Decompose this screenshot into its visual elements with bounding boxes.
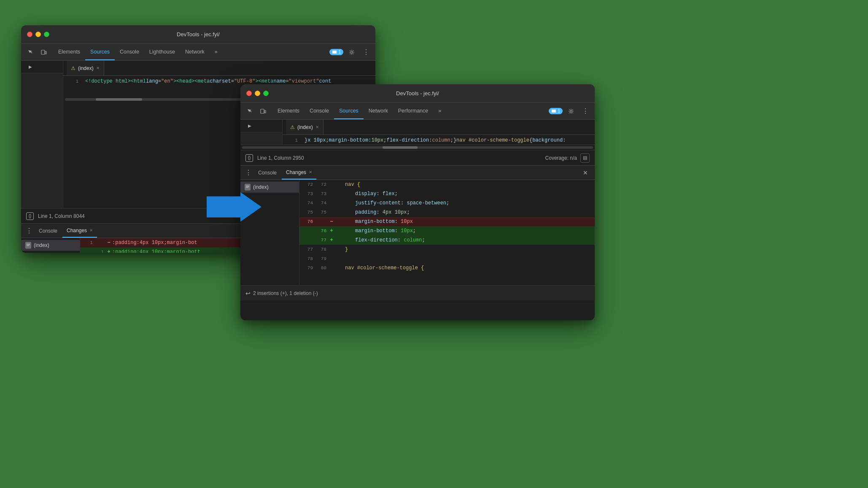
svg-rect-1 [45, 51, 46, 54]
tab-more-1[interactable]: » [210, 44, 223, 60]
close-panel-btn[interactable]: ✕ [580, 167, 591, 179]
inspect-icon[interactable] [24, 46, 36, 58]
close-file-tab-1[interactable]: ✕ [96, 66, 100, 70]
device-icon-2[interactable] [257, 105, 269, 117]
diff-line-77-78: 77 78 } [299, 245, 595, 254]
changes-diff-2: 72 72 nav { 73 73 display: flex; 74 74 [299, 180, 595, 285]
changes-sidebar-1: (index) [21, 238, 80, 253]
tabbar-2: Elements Console Sources Network Perform… [240, 103, 595, 120]
device-icon[interactable] [38, 46, 50, 58]
traffic-lights-1 [27, 32, 49, 37]
file-tab-index-1[interactable]: ⚠ (index) ✕ [67, 61, 104, 75]
diff-line-76-del: 76 − margin-bottom: 10px [299, 217, 595, 226]
tabbar-right-2: 1 ⋮ [549, 103, 591, 119]
dot-menu-2[interactable]: ⋮ [244, 168, 253, 177]
devtools-window-2: DevTools - jec.fyi/ Elements Console Sou [240, 84, 595, 320]
tab-elements-1[interactable]: Elements [53, 44, 85, 60]
tab-sources-1[interactable]: Sources [85, 44, 115, 60]
bottom-panel-2: ⋮ Console Changes ✕ ✕ [240, 165, 595, 300]
svg-rect-5 [261, 109, 264, 113]
tabbar-1: Elements Sources Console Lighthouse Netw… [21, 44, 375, 61]
close-button-2[interactable] [246, 91, 252, 96]
scrollbar-2[interactable] [240, 145, 595, 150]
dot-menu-1[interactable]: ⋮ [24, 226, 34, 236]
tab-console-1[interactable]: Console [115, 44, 144, 60]
file-tabbar-2: ⚠ (index) ✕ [283, 120, 595, 135]
coverage-icon[interactable]: ▤ [580, 153, 590, 163]
message-badge-1[interactable]: 1 [329, 49, 343, 55]
file-tab-index-2[interactable]: ⚠ (index) ✕ [286, 120, 323, 134]
more-icon-2[interactable]: ⋮ [580, 105, 591, 117]
scrollbar-thumb-1[interactable] [96, 98, 142, 101]
curly-braces-icon-2: {} [245, 154, 253, 162]
more-icon-1[interactable]: ⋮ [360, 46, 372, 58]
close-bottom-tab-2[interactable]: ✕ [309, 170, 312, 174]
svg-point-2 [351, 51, 353, 53]
bottom-tab-console-1[interactable]: Console [35, 224, 62, 238]
file-icon-2 [245, 184, 251, 190]
diff-line-77-add: 77 + flex-direction: column; [299, 236, 595, 245]
svg-point-7 [570, 110, 572, 112]
minimize-button-1[interactable] [35, 32, 41, 37]
undo-bar-2: ↩ 2 insertions (+), 1 deletion (-) [240, 285, 595, 300]
toggle-panel-icon-1[interactable]: ▶ [24, 61, 36, 73]
tabbar-right-1: 1 ⋮ [329, 44, 372, 60]
file-icon-1 [25, 242, 31, 249]
traffic-lights-2 [246, 91, 269, 96]
tab-sources-2[interactable]: Sources [334, 103, 364, 119]
scrollbar-track-2 [242, 146, 593, 149]
changes-file-item-2[interactable]: (index) [240, 182, 299, 193]
diff-line-79-80: 79 80 nav #color-scheme-toggle { [299, 263, 595, 273]
diff-line-73: 73 73 display: flex; [299, 189, 595, 198]
tab-elements-2[interactable]: Elements [272, 103, 305, 119]
diff-line-74: 74 74 justify-content: space-between; [299, 198, 595, 208]
close-panel-icon[interactable]: ✕ [580, 167, 591, 179]
diff-line-76-add: 76 + margin-bottom: 10px; [299, 226, 595, 236]
message-badge-2[interactable]: 1 [549, 108, 563, 114]
diff-line-75: 75 75 padding: 4px 10px; [299, 208, 595, 217]
titlebar-2: DevTools - jec.fyi/ [240, 84, 595, 103]
tab-network-1[interactable]: Network [180, 44, 210, 60]
statusbar-2: {} Line 1, Column 2950 Coverage: n/a ▤ [240, 150, 595, 165]
blue-arrow [207, 192, 261, 223]
warning-icon-2: ⚠ [290, 124, 295, 130]
window-title-1: DevTools - jec.fyi/ [177, 31, 220, 38]
bottom-tab-console-2[interactable]: Console [254, 166, 281, 180]
undo-icon-2[interactable]: ↩ [245, 290, 251, 297]
svg-rect-6 [264, 110, 266, 113]
bottom-tab-changes-2[interactable]: Changes ✕ [282, 166, 316, 180]
maximize-button-1[interactable] [44, 32, 49, 37]
svg-rect-3 [26, 243, 30, 248]
svg-rect-0 [41, 50, 45, 54]
tab-performance-2[interactable]: Performance [393, 103, 434, 119]
minimize-button-2[interactable] [255, 91, 260, 96]
maximize-button-2[interactable] [263, 91, 269, 96]
code-area-2: 1 }x 10px;margin-bottom:10px;flex-direct… [283, 135, 595, 145]
close-bottom-tab-1[interactable]: ✕ [89, 228, 93, 233]
svg-marker-4 [207, 192, 261, 222]
window-title-2: DevTools - jec.fyi/ [396, 90, 439, 97]
toggle-panel-icon-2[interactable]: ▶ [244, 120, 256, 132]
tabbar-left-icons-2 [244, 103, 269, 119]
diff-line-72: 72 72 nav { [299, 180, 595, 189]
diff-line-78-79: 78 79 [299, 254, 595, 263]
settings-icon-2[interactable] [565, 105, 577, 117]
curly-braces-icon-1: {} [26, 212, 34, 220]
scrollbar-thumb-2[interactable] [383, 146, 418, 149]
close-file-tab-2[interactable]: ✕ [315, 125, 319, 129]
changes-file-item-1[interactable]: (index) [21, 240, 80, 251]
inspect-icon-2[interactable] [244, 105, 256, 117]
tab-more-2[interactable]: » [433, 103, 446, 119]
coverage-area: Coverage: n/a ▤ [545, 153, 590, 163]
warning-icon-1: ⚠ [71, 65, 75, 71]
tab-lighthouse-1[interactable]: Lighthouse [144, 44, 180, 60]
tab-console-2[interactable]: Console [305, 103, 334, 119]
bottom-tabbar-2: ⋮ Console Changes ✕ ✕ [240, 166, 595, 180]
settings-icon-1[interactable] [346, 46, 358, 58]
code-line-2: 1 }x 10px;margin-bottom:10px;flex-direct… [283, 137, 595, 145]
changes-content-2: (index) 72 72 nav { 73 73 display: flex; [240, 180, 595, 285]
close-button-1[interactable] [27, 32, 32, 37]
titlebar-1: DevTools - jec.fyi/ [21, 25, 375, 44]
bottom-tab-changes-1[interactable]: Changes ✕ [62, 224, 97, 238]
tab-network-2[interactable]: Network [364, 103, 393, 119]
